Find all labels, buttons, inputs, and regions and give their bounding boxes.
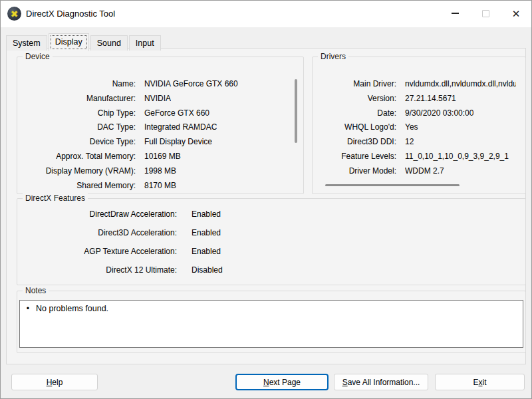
info-value: Integrated RAMDAC — [144, 122, 217, 137]
info-row: Direct3D DDI:12 — [317, 137, 516, 152]
info-label: Direct3D DDI: — [317, 137, 396, 152]
next-page-button[interactable]: Next Page — [235, 374, 329, 390]
info-row: Feature Levels:11_0,10_1,10_0,9_3,9_2,9_… — [317, 152, 516, 166]
info-value: 8170 MB — [144, 181, 176, 194]
info-row: Version:27.21.14.5671 — [317, 94, 516, 108]
maximize-icon — [482, 10, 489, 17]
info-value: Disabled — [192, 265, 223, 284]
info-label: Date: — [317, 108, 396, 123]
notes-textbox[interactable]: •No problems found. — [19, 300, 523, 348]
info-row: DirectX 12 Ultimate:Disabled — [21, 265, 516, 284]
info-row: Name:NVIDIA GeForce GTX 660 — [21, 79, 294, 94]
device-info-pane: Name:NVIDIA GeForce GTX 660Manufacturer:… — [21, 57, 294, 194]
info-label: Main Driver: — [317, 79, 396, 94]
info-row: DirectDraw Acceleration:Enabled — [21, 209, 516, 228]
drivers-horizontal-scrollbar[interactable] — [325, 184, 460, 186]
info-value: 10169 MB — [144, 152, 181, 166]
info-label: Display Memory (VRAM): — [21, 166, 136, 181]
info-row: Chip Type:GeForce GTX 660 — [21, 108, 294, 123]
info-value: Enabled — [192, 247, 221, 265]
note-text: No problems found. — [36, 304, 108, 313]
tab-focus-rect — [51, 35, 87, 49]
info-label: Manufacturer: — [21, 94, 136, 108]
info-label: DAC Type: — [21, 122, 136, 137]
note-item: •No problems found. — [20, 301, 523, 313]
directx-features-pane: DirectDraw Acceleration:EnabledDirect3D … — [21, 199, 516, 285]
notes-group-title: Notes — [23, 286, 49, 295]
info-label: Feature Levels: — [317, 152, 396, 166]
title-bar[interactable]: ✖ DirectX Diagnostic Tool ✕ — [1, 1, 531, 27]
tab-input[interactable]: Input — [129, 35, 161, 51]
info-value: 11_0,10_1,10_0,9_3,9_2,9_1 — [405, 152, 509, 166]
tab-display[interactable]: Display — [49, 33, 89, 51]
info-value: 27.21.14.5671 — [405, 94, 456, 108]
info-value: NVIDIA GeForce GTX 660 — [144, 79, 238, 94]
minimize-button[interactable] — [440, 1, 470, 26]
info-label: DirectX 12 Ultimate: — [21, 265, 177, 284]
save-all-information-button[interactable]: Save All Information... — [334, 374, 428, 390]
minimize-icon — [452, 13, 459, 14]
info-label: Direct3D Acceleration: — [21, 228, 177, 247]
info-value: Enabled — [192, 209, 221, 228]
notes-group: Notes •No problems found. — [17, 291, 526, 353]
drivers-group: Drivers Main Driver:nvldumdx.dll,nvldumd… — [312, 57, 526, 194]
info-label: Shared Memory: — [21, 181, 136, 194]
info-value: WDDM 2.7 — [405, 166, 444, 181]
maximize-button[interactable] — [470, 1, 501, 26]
info-row: DAC Type:Integrated RAMDAC — [21, 122, 294, 137]
info-label: Approx. Total Memory: — [21, 152, 136, 166]
info-value: nvldumdx.dll,nvldumdx.dll,nvldumdx.d — [405, 79, 516, 94]
exit-button[interactable]: Exit — [435, 374, 525, 390]
drivers-info-pane: Main Driver:nvldumdx.dll,nvldumdx.dll,nv… — [317, 57, 516, 194]
directx-icon: ✖ — [7, 7, 21, 21]
info-value: Full Display Device — [144, 137, 212, 152]
info-label: Version: — [317, 94, 396, 108]
info-row: AGP Texture Acceleration:Enabled — [21, 247, 516, 265]
info-value: 1998 MB — [144, 166, 176, 181]
info-row: Shared Memory:8170 MB — [21, 181, 294, 194]
dxdiag-window: ✖ DirectX Diagnostic Tool ✕ SystemDispla… — [0, 0, 532, 399]
info-row: WHQL Logo'd:Yes — [317, 122, 516, 137]
device-group: Device Name:NVIDIA GeForce GTX 660Manufa… — [17, 57, 304, 194]
info-value: GeForce GTX 660 — [144, 108, 209, 123]
device-vertical-scrollbar[interactable] — [295, 79, 297, 143]
info-row: Direct3D Acceleration:Enabled — [21, 228, 516, 247]
info-value: 12 — [405, 137, 414, 152]
info-label: AGP Texture Acceleration: — [21, 247, 177, 265]
info-label: Driver Model: — [317, 166, 396, 181]
help-button[interactable]: Help — [11, 374, 98, 390]
tab-strip: SystemDisplaySoundInput — [6, 33, 162, 51]
directx-features-group: DirectX Features DirectDraw Acceleration… — [17, 198, 526, 285]
info-row: Driver Model:WDDM 2.7 — [317, 166, 516, 181]
info-label: Name: — [21, 79, 136, 94]
info-label: WHQL Logo'd: — [317, 122, 396, 137]
info-row: Approx. Total Memory:10169 MB — [21, 152, 294, 166]
info-row: Display Memory (VRAM):1998 MB — [21, 166, 294, 181]
info-row: Manufacturer:NVIDIA — [21, 94, 294, 108]
info-value: 9/30/2020 03:00:00 — [405, 108, 473, 123]
tab-system[interactable]: System — [6, 35, 47, 51]
info-value: NVIDIA — [144, 94, 171, 108]
tab-sound[interactable]: Sound — [90, 35, 128, 51]
info-label: Device Type: — [21, 137, 136, 152]
close-icon: ✕ — [512, 9, 521, 19]
info-row: Main Driver:nvldumdx.dll,nvldumdx.dll,nv… — [317, 79, 516, 94]
info-row: Date:9/30/2020 03:00:00 — [317, 108, 516, 123]
info-row: Device Type:Full Display Device — [21, 137, 294, 152]
info-value: Enabled — [192, 228, 221, 247]
bullet-icon: • — [20, 304, 36, 313]
window-title: DirectX Diagnostic Tool — [26, 1, 115, 27]
info-label: Chip Type: — [21, 108, 136, 123]
info-value: Yes — [405, 122, 418, 137]
info-label: DirectDraw Acceleration: — [21, 209, 177, 228]
close-button[interactable]: ✕ — [501, 1, 531, 26]
